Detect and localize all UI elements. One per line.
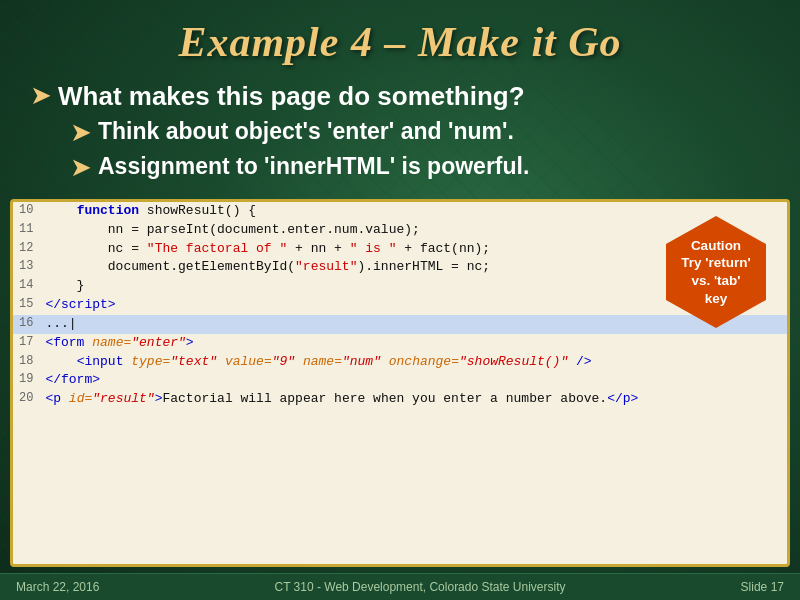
caution-text: Caution Try 'return' vs. 'tab' key: [671, 237, 761, 307]
line-num-12: 12: [13, 240, 41, 259]
footer-slide: Slide 17: [741, 580, 784, 594]
caution-line1: Caution: [691, 238, 741, 253]
bullet-1: ➤ What makes this page do something?: [30, 80, 770, 113]
caution-line4: key: [705, 290, 728, 305]
code-line-17: <form name="enter">: [41, 334, 787, 353]
code-row-20: 20 <p id="result">Factorial will appear …: [13, 390, 787, 409]
bullet-arrow-2: ➤: [70, 117, 92, 148]
caution-line2: Try 'return': [681, 255, 750, 270]
footer-course: CT 310 - Web Development, Colorado State…: [274, 580, 565, 594]
code-row-18: 18 <input type="text" value="9" name="nu…: [13, 353, 787, 372]
caution-line3: vs. 'tab': [691, 273, 740, 288]
caution-hexagon: Caution Try 'return' vs. 'tab' key: [661, 212, 771, 332]
code-line-20: <p id="result">Factorial will appear her…: [41, 390, 787, 409]
line-num-15: 15: [13, 296, 41, 315]
bullets-section: ➤ What makes this page do something? ➤ T…: [0, 74, 800, 193]
bullet-3: ➤ Assignment to 'innerHTML' is powerful.: [30, 152, 770, 183]
line-num-19: 19: [13, 371, 41, 390]
line-num-11: 11: [13, 221, 41, 240]
bullet-text-1: What makes this page do something?: [58, 80, 525, 113]
code-line-18: <input type="text" value="9" name="num" …: [41, 353, 787, 372]
line-num-10: 10: [13, 202, 41, 221]
bullet-arrow-3: ➤: [70, 152, 92, 183]
slide: Example 4 – Make it Go ➤ What makes this…: [0, 0, 800, 600]
footer-date: March 22, 2016: [16, 580, 99, 594]
line-num-13: 13: [13, 258, 41, 277]
slide-title: Example 4 – Make it Go: [20, 18, 780, 66]
code-line-19: </form>: [41, 371, 787, 390]
title-area: Example 4 – Make it Go: [0, 0, 800, 74]
bullet-text-3: Assignment to 'innerHTML' is powerful.: [98, 152, 529, 181]
bullet-arrow-1: ➤: [30, 80, 52, 111]
footer: March 22, 2016 CT 310 - Web Development,…: [0, 573, 800, 600]
bullet-2: ➤ Think about object's 'enter' and 'num'…: [30, 117, 770, 148]
line-num-18: 18: [13, 353, 41, 372]
line-num-20: 20: [13, 390, 41, 409]
code-panel: 10 function showResult() { 11 nn = parse…: [10, 199, 790, 567]
code-row-17: 17 <form name="enter">: [13, 334, 787, 353]
line-num-17: 17: [13, 334, 41, 353]
bullet-text-2: Think about object's 'enter' and 'num'.: [98, 117, 514, 146]
line-num-16: 16: [13, 315, 41, 334]
code-row-19: 19 </form>: [13, 371, 787, 390]
line-num-14: 14: [13, 277, 41, 296]
